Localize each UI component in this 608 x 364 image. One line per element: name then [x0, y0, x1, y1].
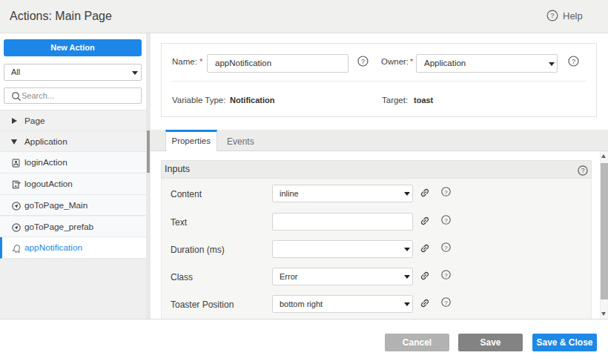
svg-text:?: ? — [444, 217, 448, 224]
svg-text:?: ? — [444, 300, 448, 306]
svg-text:?: ? — [581, 167, 585, 174]
svg-text:?: ? — [550, 11, 554, 19]
svg-text:?: ? — [444, 272, 448, 279]
svg-text:?: ? — [361, 58, 365, 65]
svg-text:?: ? — [444, 189, 448, 196]
svg-text:?: ? — [572, 58, 575, 65]
svg-text:?: ? — [444, 245, 448, 251]
